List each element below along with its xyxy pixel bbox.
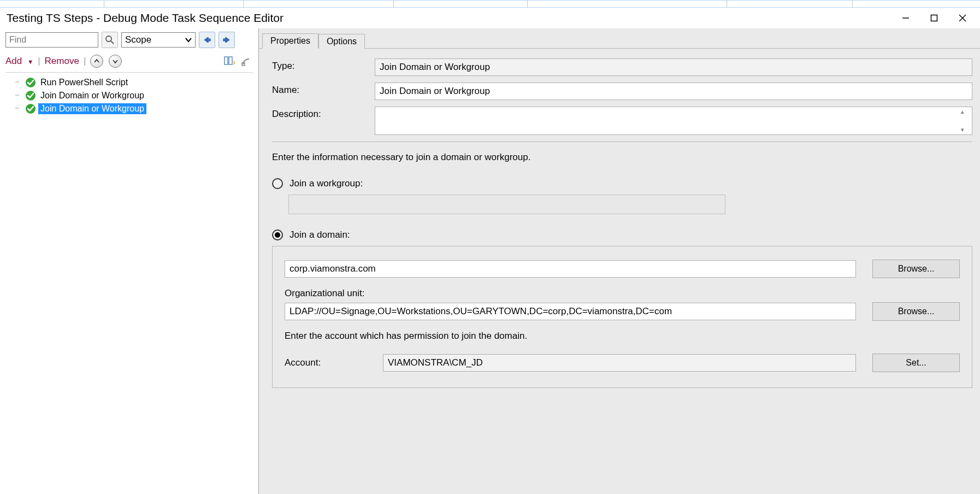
success-check-icon [25,90,36,101]
find-search-button[interactable] [102,32,118,48]
divider [272,142,972,142]
tree-connector-icon: ┈ [10,104,25,112]
svg-line-3 [959,15,966,21]
svg-rect-1 [931,15,937,21]
scope-dropdown[interactable]: Scope [121,32,196,48]
account-info-text: Enter the account which has permission t… [285,331,960,342]
tree-connector-icon: ┈ [10,78,25,86]
add-menu[interactable]: Add [5,56,22,67]
svg-rect-7 [223,39,227,41]
window-title: Testing TS Steps - Debug Mode Task Seque… [0,11,892,25]
account-label: Account: [285,357,367,368]
task-sequence-tree[interactable]: ┈ Run PowerShell Script ┈ Join Domain or… [5,72,253,119]
arrow-right-icon [222,36,232,44]
workgroup-input [288,195,725,214]
search-icon [105,35,115,45]
chevron-down-icon [185,37,192,43]
radio-unchecked-icon [272,178,283,189]
toolbar-tool-icon[interactable] [241,55,253,67]
upper-toolbar-peek [0,0,980,8]
ou-label: Organizational unit: [285,288,960,299]
join-workgroup-label: Join a workgroup: [290,178,363,189]
browse-ou-button[interactable]: Browse... [872,302,960,321]
arrow-left-icon [202,36,212,44]
remove-button[interactable]: Remove [45,56,79,67]
close-button[interactable] [948,9,977,27]
tab-options[interactable]: Options [318,34,365,49]
find-input[interactable] [5,32,98,48]
domain-name-input[interactable] [285,260,856,278]
set-account-button[interactable]: Set... [872,354,960,372]
tree-item-label: Run PowerShell Script [38,77,130,88]
success-check-icon [25,103,36,114]
radio-checked-icon [272,230,283,240]
add-menu-caret-icon: ▼ [27,58,33,65]
tree-item[interactable]: ┈ Join Domain or Workgroup [7,89,252,102]
move-down-button[interactable] [109,55,122,68]
name-input[interactable] [375,83,972,100]
nav-prev-button[interactable] [199,32,215,48]
column-config-icon[interactable] [223,55,235,67]
join-domain-radio[interactable]: Join a domain: [272,230,972,240]
scrollbar-icon[interactable]: ▴▾ [961,108,971,133]
chevron-down-icon [112,58,119,64]
chevron-up-icon [93,58,100,64]
svg-line-2 [959,15,966,21]
browse-domain-button[interactable]: Browse... [872,260,960,278]
minimize-button[interactable] [892,9,920,27]
svg-rect-6 [207,39,210,41]
domain-settings-group: Browse... Organizational unit: Browse...… [272,246,972,388]
ou-input[interactable] [285,303,856,320]
description-input[interactable]: ▴▾ [375,107,972,135]
move-up-button[interactable] [90,55,103,68]
type-label: Type: [272,58,375,72]
name-label: Name: [272,83,375,96]
tree-item-label: Join Domain or Workgroup [38,103,146,114]
svg-line-5 [111,41,114,44]
title-bar: Testing TS Steps - Debug Mode Task Seque… [0,8,980,28]
tree-item[interactable]: ┈ Join Domain or Workgroup [7,102,252,115]
account-value: VIAMONSTRA\CM_JD [383,354,856,372]
description-label: Description: [272,107,375,120]
svg-rect-8 [225,57,228,64]
tab-properties[interactable]: Properties [262,33,318,49]
svg-rect-9 [229,57,232,64]
scope-dropdown-label: Scope [125,34,151,45]
svg-point-4 [106,36,111,42]
join-domain-label: Join a domain: [290,230,350,240]
success-check-icon [25,77,36,88]
tree-item[interactable]: ┈ Run PowerShell Script [7,76,252,89]
tree-connector-icon: ┈ [10,91,25,99]
maximize-button[interactable] [920,9,948,27]
nav-next-button[interactable] [219,32,235,48]
info-text: Enter the information necessary to join … [272,152,972,163]
tree-item-label: Join Domain or Workgroup [38,90,146,101]
join-workgroup-radio[interactable]: Join a workgroup: [272,178,972,189]
type-value: Join Domain or Workgroup [375,58,972,76]
